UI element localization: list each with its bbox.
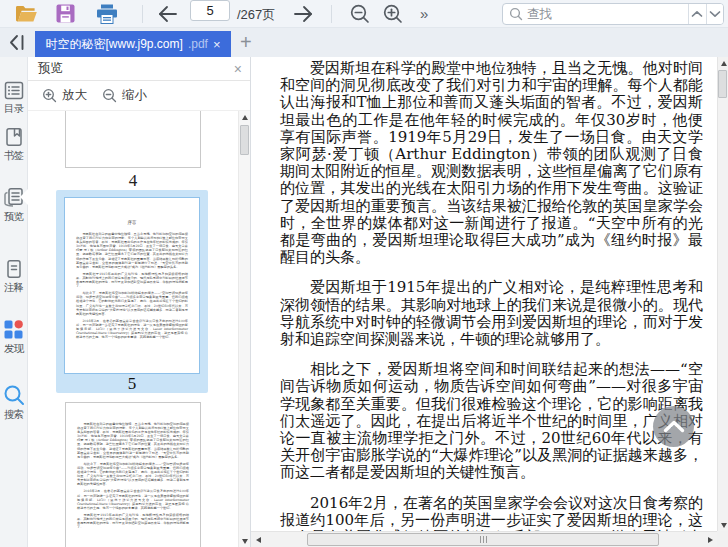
toolbar: /267页 » — [0, 0, 728, 28]
panel-scrollbar-thumb[interactable] — [240, 125, 249, 155]
open-file-button[interactable] — [14, 3, 38, 25]
pdf-page: 爱因斯坦在科学的殿堂中地位独特，且当之无愧。他对时间和空间的洞见彻底改变了我们对… — [253, 57, 717, 531]
back-to-top-button[interactable] — [653, 406, 694, 447]
page-total-label: /267页 — [237, 6, 275, 24]
save-button[interactable] — [56, 4, 75, 23]
sidebar-item-discover[interactable]: 发现 — [0, 319, 27, 356]
chevron-up-icon — [663, 420, 685, 433]
tab-title-extension: .pdf — [188, 37, 208, 51]
search-icon — [509, 7, 523, 21]
thumb-page-heading: 序言 — [76, 220, 188, 225]
tab-bar: 时空的秘密[www.j9p.com].pdf × + — [0, 28, 728, 57]
zoom-out-button[interactable] — [349, 3, 371, 25]
find-bar — [502, 3, 724, 25]
bookmark-book-icon — [0, 127, 27, 147]
paragraph: 2016年2月，在著名的英国皇家学会会议对这次日食考察的报道约100年后，另一份… — [280, 495, 703, 531]
thumbnail-page-6[interactable]: 爱因斯坦在科学的殿堂中地位独特，且当之无愧。他对时间和空间的洞见彻底改变了我们对… — [65, 402, 201, 547]
search-input[interactable] — [527, 7, 688, 21]
tab-close-icon[interactable]: × — [213, 37, 221, 52]
thumbnail-page-number: 5 — [56, 374, 208, 393]
thumb-zoom-out-label[interactable]: 缩小 — [122, 87, 147, 104]
sidebar-item-search[interactable]: 搜索 — [0, 384, 27, 422]
magnifier-plus-icon — [382, 3, 404, 25]
scroll-down-icon[interactable] — [718, 519, 728, 531]
zoom-in-button[interactable] — [382, 3, 404, 25]
scroll-up-icon[interactable] — [239, 111, 250, 123]
sidebar-item-label: 注释 — [1, 280, 27, 294]
search-field[interactable] — [503, 4, 688, 24]
vertical-scrollbar-thumb[interactable] — [718, 70, 727, 98]
collapse-tabs-button[interactable] — [8, 34, 26, 51]
chevron-left-bar-icon — [8, 34, 26, 51]
printer-icon — [96, 4, 118, 24]
paragraph: 爱因斯坦在科学的殿堂中地位独特，且当之无愧。他对时间和空间的洞见彻底改变了我们对… — [280, 60, 703, 266]
preview-panel: 预览 × 放大 缩小 4 序言 — [28, 57, 251, 547]
find-previous-button[interactable] — [688, 4, 706, 24]
new-tab-button[interactable]: + — [240, 31, 252, 54]
next-page-button[interactable] — [293, 4, 314, 24]
horizontal-scrollbar-thumb[interactable] — [307, 533, 659, 546]
search-magnifier-icon — [0, 384, 27, 406]
sidebar-item-label: 预览 — [1, 209, 27, 223]
thumb-zoom-in-label[interactable]: 放大 — [62, 87, 87, 104]
sidebar-item-label: 目录 — [1, 101, 27, 115]
scroll-down-icon[interactable] — [239, 535, 250, 547]
scroll-left-icon[interactable] — [251, 532, 265, 547]
paragraph: 爱因斯坦于1915年提出的广义相对论，是纯粹理性思考和深彻领悟的结果。其影响对地… — [280, 279, 703, 348]
find-next-button[interactable] — [706, 4, 724, 24]
thumbnail-page-5-selected[interactable]: 序言 爱因斯坦在科学的殿堂中地位独特，且当之无愧。他对时间和空间的洞见彻底改变了… — [56, 190, 208, 393]
thumbnail-page-4[interactable] — [65, 111, 201, 168]
arrow-right-icon — [293, 4, 314, 24]
thumb-zoom-in-icon[interactable] — [42, 88, 57, 103]
toolbar-separator — [331, 5, 332, 23]
thumb-zoom-out-icon[interactable] — [102, 88, 117, 103]
document-tab[interactable]: 时空的秘密[www.j9p.com].pdf × — [35, 31, 231, 57]
previous-page-button[interactable] — [157, 4, 178, 24]
scroll-right-icon[interactable] — [703, 532, 717, 547]
note-document-icon — [0, 259, 27, 279]
paragraph: 相比之下，爱因斯坦将空间和时间联结起来的想法——“空间告诉物质如何运动，物质告诉… — [280, 361, 703, 481]
open-folder-icon — [14, 3, 38, 25]
toolbar-separator — [142, 5, 143, 23]
sidebar-icon-strip: 目录 书签 预览 — [0, 57, 28, 547]
panel-close-icon[interactable]: × — [234, 61, 242, 77]
preview-panel-title: 预览 — [38, 60, 234, 77]
toc-list-icon — [0, 81, 27, 100]
preview-panel-header: 预览 × — [28, 57, 250, 81]
sidebar-item-label: 发现 — [1, 341, 27, 355]
more-tools-button[interactable]: » — [420, 5, 428, 22]
sidebar-item-label: 书签 — [1, 148, 27, 162]
thumbnail-page-number: 4 — [65, 171, 201, 191]
horizontal-scrollbar[interactable] — [251, 531, 717, 547]
scroll-up-icon[interactable] — [718, 57, 728, 69]
active-panel-notch — [20, 189, 28, 205]
scrollbar-corner — [717, 531, 728, 547]
preview-panel-tools: 放大 缩小 — [28, 81, 250, 111]
sidebar-item-bookmarks[interactable]: 书签 — [0, 127, 27, 163]
chevron-up-icon — [691, 10, 703, 18]
thumbnail-list: 4 序言 爱因斯坦在科学的殿堂中地位独特，且当之无愧。他对时间和空间的洞见彻底改… — [28, 111, 250, 547]
page-number-input[interactable] — [190, 0, 230, 21]
sidebar-item-label: 搜索 — [1, 407, 27, 421]
discover-grid-icon — [0, 319, 27, 340]
thumbnail-page-5-content: 序言 爱因斯坦在科学的殿堂中地位独特，且当之无愧。他对时间和空间的洞见彻底改变了… — [64, 197, 200, 374]
sidebar-item-annotations[interactable]: 注释 — [0, 259, 27, 295]
document-viewport: 爱因斯坦在科学的殿堂中地位独特，且当之无愧。他对时间和空间的洞见彻底改变了我们对… — [251, 57, 728, 547]
print-button[interactable] — [96, 4, 118, 24]
body: 目录 书签 预览 — [0, 57, 728, 547]
tab-title: 时空的秘密[www.j9p.com] — [46, 36, 183, 53]
sidebar-item-toc[interactable]: 目录 — [0, 81, 27, 116]
chevron-down-icon — [709, 10, 721, 18]
save-floppy-icon — [56, 4, 75, 23]
arrow-left-icon — [157, 4, 178, 24]
magnifier-minus-icon — [349, 3, 371, 25]
vertical-scrollbar[interactable] — [717, 57, 728, 531]
panel-scrollbar[interactable] — [238, 111, 250, 547]
